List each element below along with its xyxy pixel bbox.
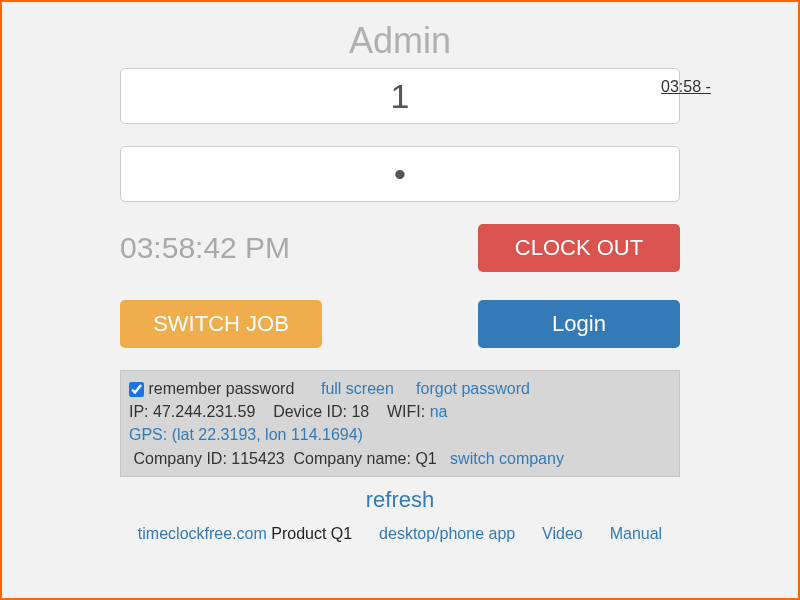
- info-line-network: IP: 47.244.231.59 Device ID: 18 WIFI: na: [129, 400, 671, 423]
- ip-label: IP:: [129, 403, 149, 420]
- wifi-label: WIFI:: [387, 403, 425, 420]
- refresh-link[interactable]: refresh: [16, 487, 784, 513]
- info-panel: remember password full screen forgot pas…: [120, 370, 680, 477]
- ip-value: 47.244.231.59: [153, 403, 255, 420]
- switch-company-link[interactable]: switch company: [450, 450, 564, 467]
- wifi-value: na: [430, 403, 448, 420]
- device-id-label: Device ID:: [273, 403, 347, 420]
- video-link[interactable]: Video: [542, 525, 583, 542]
- clock-out-button[interactable]: CLOCK OUT: [478, 224, 680, 272]
- company-name-label: Company name:: [294, 450, 411, 467]
- password-row: [16, 146, 784, 202]
- site-link[interactable]: timeclockfree.com: [138, 525, 267, 542]
- info-line-company: Company ID: 115423 Company name: Q1 swit…: [129, 447, 671, 470]
- full-screen-link[interactable]: full screen: [321, 380, 394, 397]
- gps-line: GPS: (lat 22.3193, lon 114.1694): [129, 423, 671, 446]
- username-input[interactable]: [120, 68, 680, 124]
- company-id-label: Company ID:: [133, 450, 226, 467]
- action-button-row: SWITCH JOB Login: [120, 300, 680, 348]
- company-id-value: 115423: [231, 450, 284, 467]
- password-input[interactable]: [120, 146, 680, 202]
- remember-password-label: remember password: [148, 380, 294, 397]
- clock-display: 03:58:42 PM: [120, 231, 290, 265]
- page-title: Admin: [16, 20, 784, 62]
- app-link[interactable]: desktop/phone app: [379, 525, 515, 542]
- side-time-link[interactable]: 03:58 -: [661, 78, 711, 96]
- switch-job-button[interactable]: SWITCH JOB: [120, 300, 322, 348]
- app-frame: Admin 03:58 - 03:58:42 PM CLOCK OUT SWIT…: [0, 0, 800, 600]
- login-button[interactable]: Login: [478, 300, 680, 348]
- clock-row: 03:58:42 PM CLOCK OUT: [120, 224, 680, 272]
- remember-password-checkbox[interactable]: [129, 382, 144, 397]
- product-label: Product Q1: [271, 525, 352, 542]
- forgot-password-link[interactable]: forgot password: [416, 380, 530, 397]
- device-id-value: 18: [351, 403, 369, 420]
- footer: timeclockfree.com Product Q1 desktop/pho…: [16, 525, 784, 543]
- info-line-remember: remember password full screen forgot pas…: [129, 377, 671, 400]
- username-row: 03:58 -: [16, 68, 784, 124]
- company-name-value: Q1: [415, 450, 436, 467]
- manual-link[interactable]: Manual: [610, 525, 662, 542]
